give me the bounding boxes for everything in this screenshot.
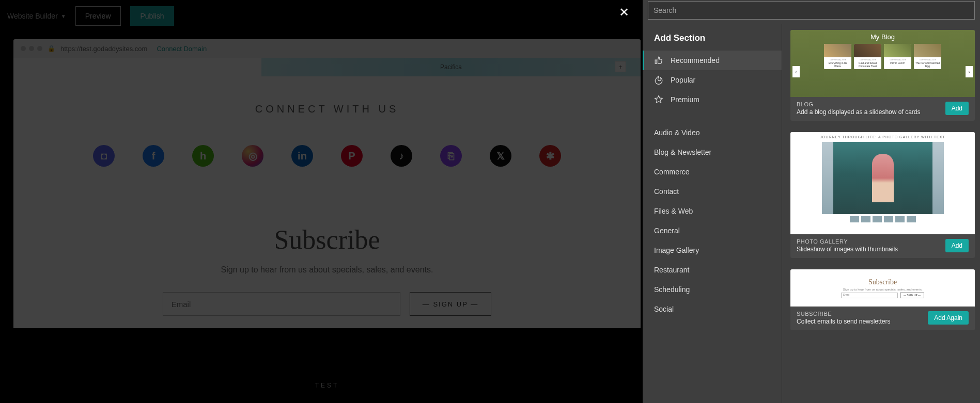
thumb-title: JOURNEY THROUGH LIFE: A PHOTO GALLERY WI… xyxy=(820,135,945,139)
category-files-web[interactable]: Files & Web xyxy=(643,201,782,221)
flame-icon xyxy=(654,75,663,85)
tab-label: Premium xyxy=(671,95,699,104)
chevron-right-icon[interactable]: › xyxy=(966,66,973,77)
add-section-heading: Add Section xyxy=(643,33,782,51)
add-again-button[interactable]: Add Again xyxy=(928,311,969,325)
tab-recommended[interactable]: Recommended xyxy=(643,51,782,70)
category-audio-video[interactable]: Audio & Video xyxy=(643,123,782,142)
card-category: BLOG xyxy=(797,101,920,107)
tiktok-icon[interactable]: ♪ xyxy=(391,145,412,167)
section-card-subscribe: Subscribe Sign up to hear from us about … xyxy=(790,269,975,330)
category-restaurant[interactable]: Restaurant xyxy=(643,260,782,280)
card-thumb[interactable]: JOURNEY THROUGH LIFE: A PHOTO GALLERY WI… xyxy=(790,132,975,234)
map-zoom-in-icon[interactable]: + xyxy=(615,61,626,72)
window-dots xyxy=(21,46,42,51)
add-section-panel: Add Section Recommended Popular Premium … xyxy=(643,0,980,403)
preview-button[interactable]: Preview xyxy=(75,6,121,26)
yelp-icon[interactable]: ✱ xyxy=(539,145,561,167)
thumb-title: My Blog xyxy=(870,33,895,41)
instagram-icon[interactable]: ◎ xyxy=(242,145,263,167)
map-label: Pacifica xyxy=(440,63,462,71)
tab-label: Recommended xyxy=(671,56,720,65)
category-general[interactable]: General xyxy=(643,221,782,240)
card-desc: Add a blog displayed as a slideshow of c… xyxy=(797,108,920,116)
footer-brand: TEST xyxy=(13,382,641,389)
thumb-title: Subscribe xyxy=(868,278,897,286)
category-social[interactable]: Social xyxy=(643,299,782,319)
star-icon xyxy=(654,95,663,104)
section-card-photo-gallery: JOURNEY THROUGH LIFE: A PHOTO GALLERY WI… xyxy=(790,132,975,258)
signup-button[interactable]: — SIGN UP — xyxy=(410,292,491,316)
url-text: https://test.godaddysites.com xyxy=(60,45,147,53)
tab-premium[interactable]: Premium xyxy=(643,90,782,109)
connect-domain-link[interactable]: Connect Domain xyxy=(157,45,207,53)
category-commerce[interactable]: Commerce xyxy=(643,162,782,182)
card-thumb[interactable]: Subscribe Sign up to hear from us about … xyxy=(790,269,975,307)
facebook-icon[interactable]: f xyxy=(143,145,164,167)
brand-menu[interactable]: Website Builder ▼ xyxy=(7,12,66,20)
social-row: ◘ f h ◎ in P ♪ ⎘ 𝕏 ✱ xyxy=(13,145,641,167)
card-thumb[interactable]: ‹ › My Blog 10 February 2023Everything i… xyxy=(790,30,975,97)
card-desc: Collect emails to send newsletters xyxy=(797,318,890,325)
connect-heading: CONNECT WITH US xyxy=(13,103,641,115)
category-scheduling[interactable]: Scheduling xyxy=(643,280,782,299)
brand-label: Website Builder xyxy=(7,12,58,20)
category-column: Add Section Recommended Popular Premium … xyxy=(643,24,782,403)
thumbs-up-icon xyxy=(654,56,663,65)
subscribe-form: Email — SIGN UP — xyxy=(13,292,641,316)
card-category: SUBSCRIBE xyxy=(797,311,890,317)
email-field[interactable]: Email xyxy=(163,292,400,316)
tab-label: Popular xyxy=(671,76,695,84)
card-desc: Slideshow of images with thumbnails xyxy=(797,246,898,253)
thumb-sub: Sign up to hear from us about specials, … xyxy=(843,288,922,291)
twitch-icon[interactable]: ⎘ xyxy=(440,145,462,167)
browser-chrome: 🔒 https://test.godaddysites.com Connect … xyxy=(13,39,641,58)
section-card-blog: ‹ › My Blog 10 February 2023Everything i… xyxy=(790,30,975,121)
pinterest-icon[interactable]: P xyxy=(341,145,363,167)
add-button[interactable]: Add xyxy=(945,239,969,252)
discord-icon[interactable]: ◘ xyxy=(93,145,115,167)
category-image-gallery[interactable]: Image Gallery xyxy=(643,240,782,260)
map-section[interactable]: Pacifica + xyxy=(261,58,641,76)
linkedin-icon[interactable]: in xyxy=(291,145,313,167)
add-button[interactable]: Add xyxy=(945,102,969,115)
publish-button[interactable]: Publish xyxy=(130,6,175,26)
chevron-down-icon: ▼ xyxy=(61,13,66,19)
subscribe-subtext: Sign up to hear from us about specials, … xyxy=(13,265,641,275)
section-previews: ‹ › My Blog 10 February 2023Everything i… xyxy=(782,24,980,403)
houzz-icon[interactable]: h xyxy=(192,145,214,167)
search-input[interactable] xyxy=(648,1,975,20)
lock-icon: 🔒 xyxy=(48,45,55,52)
chevron-left-icon[interactable]: ‹ xyxy=(792,66,800,77)
site-preview: 🔒 https://test.godaddysites.com Connect … xyxy=(13,39,641,328)
category-blog-newsletter[interactable]: Blog & Newsletter xyxy=(643,142,782,162)
close-icon[interactable]: ✕ xyxy=(619,5,629,20)
x-icon[interactable]: 𝕏 xyxy=(490,145,511,167)
category-contact[interactable]: Contact xyxy=(643,182,782,201)
tab-popular[interactable]: Popular xyxy=(643,70,782,90)
card-category: PHOTO GALLERY xyxy=(797,238,898,245)
subscribe-heading: Subscribe xyxy=(13,224,641,255)
